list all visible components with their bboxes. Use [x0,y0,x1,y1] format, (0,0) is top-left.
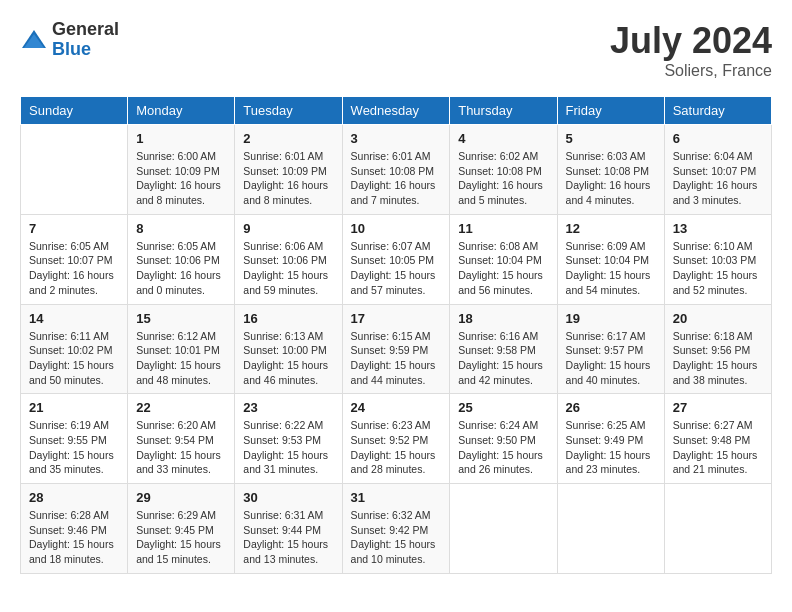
day-info: Sunrise: 6:06 AMSunset: 10:06 PMDaylight… [243,239,333,298]
calendar-cell: 14Sunrise: 6:11 AMSunset: 10:02 PMDaylig… [21,304,128,394]
calendar-cell: 3Sunrise: 6:01 AMSunset: 10:08 PMDayligh… [342,125,450,215]
calendar-cell: 12Sunrise: 6:09 AMSunset: 10:04 PMDaylig… [557,214,664,304]
day-info: Sunrise: 6:01 AMSunset: 10:09 PMDaylight… [243,149,333,208]
day-info: Sunrise: 6:05 AMSunset: 10:07 PMDaylight… [29,239,119,298]
day-info: Sunrise: 6:32 AMSunset: 9:42 PMDaylight:… [351,508,442,567]
calendar-cell: 21Sunrise: 6:19 AMSunset: 9:55 PMDayligh… [21,394,128,484]
day-info: Sunrise: 6:03 AMSunset: 10:08 PMDaylight… [566,149,656,208]
day-info: Sunrise: 6:27 AMSunset: 9:48 PMDaylight:… [673,418,763,477]
calendar-cell: 28Sunrise: 6:28 AMSunset: 9:46 PMDayligh… [21,484,128,574]
day-number: 18 [458,311,548,326]
calendar-week-row: 1Sunrise: 6:00 AMSunset: 10:09 PMDayligh… [21,125,772,215]
column-header-sunday: Sunday [21,97,128,125]
logo-general-text: General [52,19,119,39]
day-info: Sunrise: 6:08 AMSunset: 10:04 PMDaylight… [458,239,548,298]
day-info: Sunrise: 6:02 AMSunset: 10:08 PMDaylight… [458,149,548,208]
column-header-monday: Monday [128,97,235,125]
title-block: July 2024 Soliers, France [610,20,772,80]
day-number: 12 [566,221,656,236]
day-number: 2 [243,131,333,146]
calendar-cell: 11Sunrise: 6:08 AMSunset: 10:04 PMDaylig… [450,214,557,304]
day-info: Sunrise: 6:15 AMSunset: 9:59 PMDaylight:… [351,329,442,388]
day-info: Sunrise: 6:09 AMSunset: 10:04 PMDaylight… [566,239,656,298]
day-info: Sunrise: 6:07 AMSunset: 10:05 PMDaylight… [351,239,442,298]
day-info: Sunrise: 6:31 AMSunset: 9:44 PMDaylight:… [243,508,333,567]
calendar-cell: 23Sunrise: 6:22 AMSunset: 9:53 PMDayligh… [235,394,342,484]
calendar-cell [21,125,128,215]
page-header: General Blue July 2024 Soliers, France [20,20,772,80]
day-info: Sunrise: 6:25 AMSunset: 9:49 PMDaylight:… [566,418,656,477]
day-number: 8 [136,221,226,236]
calendar-cell: 1Sunrise: 6:00 AMSunset: 10:09 PMDayligh… [128,125,235,215]
day-number: 13 [673,221,763,236]
day-number: 21 [29,400,119,415]
day-info: Sunrise: 6:24 AMSunset: 9:50 PMDaylight:… [458,418,548,477]
day-number: 30 [243,490,333,505]
calendar-table: SundayMondayTuesdayWednesdayThursdayFrid… [20,96,772,574]
calendar-cell [557,484,664,574]
day-number: 24 [351,400,442,415]
calendar-week-row: 7Sunrise: 6:05 AMSunset: 10:07 PMDayligh… [21,214,772,304]
calendar-cell: 17Sunrise: 6:15 AMSunset: 9:59 PMDayligh… [342,304,450,394]
column-header-wednesday: Wednesday [342,97,450,125]
calendar-cell: 15Sunrise: 6:12 AMSunset: 10:01 PMDaylig… [128,304,235,394]
day-info: Sunrise: 6:18 AMSunset: 9:56 PMDaylight:… [673,329,763,388]
day-number: 16 [243,311,333,326]
calendar-cell: 2Sunrise: 6:01 AMSunset: 10:09 PMDayligh… [235,125,342,215]
day-number: 10 [351,221,442,236]
calendar-week-row: 21Sunrise: 6:19 AMSunset: 9:55 PMDayligh… [21,394,772,484]
calendar-header-row: SundayMondayTuesdayWednesdayThursdayFrid… [21,97,772,125]
calendar-week-row: 28Sunrise: 6:28 AMSunset: 9:46 PMDayligh… [21,484,772,574]
day-number: 14 [29,311,119,326]
calendar-cell: 27Sunrise: 6:27 AMSunset: 9:48 PMDayligh… [664,394,771,484]
calendar-week-row: 14Sunrise: 6:11 AMSunset: 10:02 PMDaylig… [21,304,772,394]
day-number: 25 [458,400,548,415]
calendar-cell: 9Sunrise: 6:06 AMSunset: 10:06 PMDayligh… [235,214,342,304]
calendar-cell: 6Sunrise: 6:04 AMSunset: 10:07 PMDayligh… [664,125,771,215]
day-number: 1 [136,131,226,146]
day-info: Sunrise: 6:13 AMSunset: 10:00 PMDaylight… [243,329,333,388]
day-number: 28 [29,490,119,505]
calendar-cell: 26Sunrise: 6:25 AMSunset: 9:49 PMDayligh… [557,394,664,484]
day-info: Sunrise: 6:28 AMSunset: 9:46 PMDaylight:… [29,508,119,567]
month-title: July 2024 [610,20,772,62]
column-header-friday: Friday [557,97,664,125]
calendar-cell: 25Sunrise: 6:24 AMSunset: 9:50 PMDayligh… [450,394,557,484]
day-number: 31 [351,490,442,505]
day-number: 3 [351,131,442,146]
calendar-cell: 29Sunrise: 6:29 AMSunset: 9:45 PMDayligh… [128,484,235,574]
day-number: 19 [566,311,656,326]
day-info: Sunrise: 6:10 AMSunset: 10:03 PMDaylight… [673,239,763,298]
day-info: Sunrise: 6:29 AMSunset: 9:45 PMDaylight:… [136,508,226,567]
calendar-cell: 20Sunrise: 6:18 AMSunset: 9:56 PMDayligh… [664,304,771,394]
calendar-cell: 24Sunrise: 6:23 AMSunset: 9:52 PMDayligh… [342,394,450,484]
calendar-cell [664,484,771,574]
day-number: 11 [458,221,548,236]
logo: General Blue [20,20,119,60]
day-number: 4 [458,131,548,146]
column-header-tuesday: Tuesday [235,97,342,125]
logo-text: General Blue [52,20,119,60]
day-info: Sunrise: 6:01 AMSunset: 10:08 PMDaylight… [351,149,442,208]
day-info: Sunrise: 6:11 AMSunset: 10:02 PMDaylight… [29,329,119,388]
day-number: 5 [566,131,656,146]
day-info: Sunrise: 6:16 AMSunset: 9:58 PMDaylight:… [458,329,548,388]
day-number: 17 [351,311,442,326]
day-number: 22 [136,400,226,415]
calendar-cell: 16Sunrise: 6:13 AMSunset: 10:00 PMDaylig… [235,304,342,394]
calendar-cell: 7Sunrise: 6:05 AMSunset: 10:07 PMDayligh… [21,214,128,304]
calendar-cell: 22Sunrise: 6:20 AMSunset: 9:54 PMDayligh… [128,394,235,484]
day-info: Sunrise: 6:19 AMSunset: 9:55 PMDaylight:… [29,418,119,477]
day-number: 9 [243,221,333,236]
day-number: 15 [136,311,226,326]
day-number: 26 [566,400,656,415]
calendar-cell: 10Sunrise: 6:07 AMSunset: 10:05 PMDaylig… [342,214,450,304]
calendar-cell: 30Sunrise: 6:31 AMSunset: 9:44 PMDayligh… [235,484,342,574]
calendar-cell: 8Sunrise: 6:05 AMSunset: 10:06 PMDayligh… [128,214,235,304]
calendar-cell: 4Sunrise: 6:02 AMSunset: 10:08 PMDayligh… [450,125,557,215]
day-info: Sunrise: 6:22 AMSunset: 9:53 PMDaylight:… [243,418,333,477]
day-info: Sunrise: 6:17 AMSunset: 9:57 PMDaylight:… [566,329,656,388]
day-number: 20 [673,311,763,326]
column-header-thursday: Thursday [450,97,557,125]
day-number: 27 [673,400,763,415]
